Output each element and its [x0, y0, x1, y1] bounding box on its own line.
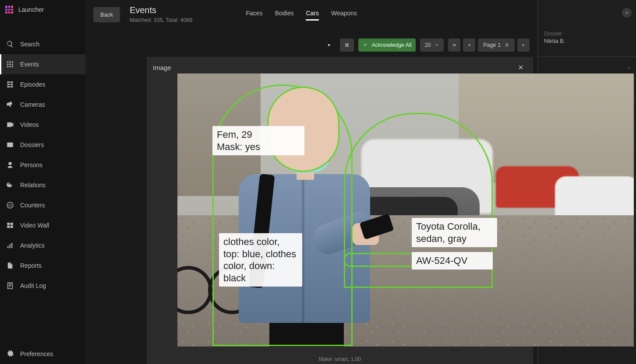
idcard-icon [6, 141, 14, 149]
pager-first-button[interactable] [448, 38, 460, 52]
back-button[interactable]: Back [93, 7, 120, 22]
counter-icon: 05 [6, 201, 14, 209]
page-size-value: 20 [424, 42, 431, 48]
acknowledge-all-button[interactable]: Acknowledge All [358, 38, 416, 52]
search-icon [6, 40, 14, 48]
pager: Page 1 [448, 38, 530, 52]
sidebar-item-search[interactable]: Search [0, 34, 85, 54]
sidebar-item-cameras[interactable]: Cameras [0, 94, 85, 115]
header-tabs: Faces Bodies Cars Weapons [246, 10, 357, 21]
sidebar-item-label: Persons [20, 161, 42, 168]
wall-icon [6, 221, 14, 229]
bars-icon [6, 242, 14, 249]
tab-bodies[interactable]: Bodies [275, 10, 294, 21]
sidebar-item-label: Dossiers [20, 141, 44, 148]
sidebar-item-reports[interactable]: Reports [0, 256, 85, 276]
sidebar-item-label: Counters [20, 202, 45, 209]
topbar: Back Events Matched: 335, Total: 4066 Fa… [85, 0, 537, 26]
chevron-down-icon [434, 42, 439, 48]
launcher-label: Launcher [18, 6, 44, 13]
dossier-value: Nikita B. [544, 38, 630, 44]
sidebar-item-dossiers[interactable]: Dossiers [0, 135, 85, 155]
pause-button[interactable] [340, 38, 354, 52]
close-icon [625, 10, 629, 15]
launcher-icon [5, 6, 13, 14]
details-close-button[interactable] [622, 8, 632, 18]
chevron-down-icon [626, 65, 632, 70]
report-icon [6, 262, 14, 270]
sidebar-item-videos[interactable]: Videos [0, 115, 85, 135]
refresh-icon [504, 42, 509, 48]
page-size-select[interactable]: 20 [420, 38, 444, 52]
sidebar-item-label: Analytics [20, 242, 45, 249]
page-subtitle: Matched: 335, Total: 4066 [130, 17, 193, 23]
launcher-button[interactable]: Launcher [0, 0, 85, 19]
pager-next-button[interactable] [517, 38, 530, 52]
sidebar-item-auditlog[interactable]: Audit Log [0, 276, 85, 296]
sidebar-item-events[interactable]: Events [0, 54, 85, 74]
sidebar-item-label: Search [20, 41, 39, 48]
grid-icon [6, 60, 14, 68]
overlay-title: Image [153, 64, 171, 71]
auditlog-icon [6, 282, 14, 290]
gear-icon [6, 350, 14, 358]
sidebar-item-label: Relations [20, 182, 46, 189]
tab-faces[interactable]: Faces [246, 10, 263, 21]
tab-cars[interactable]: Cars [306, 10, 319, 21]
settings-icon[interactable] [322, 38, 336, 52]
sidebar-item-label: Cameras [20, 101, 45, 108]
close-icon [517, 64, 524, 71]
sidebar: Launcher Search Events Episodes Cameras … [0, 0, 85, 364]
sidebar-item-relations[interactable]: Relations [0, 175, 85, 195]
check-icon [363, 42, 368, 48]
acknowledge-label: Acknowledge All [371, 42, 411, 48]
main-area: Back Events Matched: 335, Total: 4066 Fa… [85, 0, 537, 364]
camera-icon [6, 101, 14, 108]
pager-page-button[interactable]: Page 1 [478, 38, 515, 52]
detection-label-face: Fem, 29 Mask: yes [212, 126, 304, 155]
pager-page-label: Page 1 [483, 42, 501, 48]
episodes-icon [6, 80, 14, 88]
sidebar-item-persons[interactable]: Persons [0, 155, 85, 175]
sidebar-item-label: Audit Log [20, 282, 46, 289]
relations-icon [6, 181, 14, 189]
toolbar: Acknowledge All 20 Page 1 [85, 26, 537, 52]
sidebar-item-episodes[interactable]: Episodes [0, 74, 85, 94]
detection-label-body: clothes color, top: blue, clothes color,… [219, 233, 302, 287]
detection-label-car: Toyota Corolla, sedan, gray [412, 218, 497, 247]
dossier-label: Dossier [544, 31, 630, 37]
sidebar-item-label: Video Wall [20, 222, 49, 229]
sidebar-item-label: Reports [20, 262, 42, 269]
sidebar-item-preferences[interactable]: Preferences [0, 344, 85, 364]
sidebar-item-label: Videos [20, 121, 39, 128]
detection-label-plate: AW-524-QV [412, 252, 493, 270]
page-title: Events [130, 5, 193, 15]
video-icon [6, 121, 14, 129]
overlay-footer-note: Make: smart, 1.00 [147, 356, 533, 362]
pager-prev-button[interactable] [463, 38, 475, 52]
sidebar-item-analytics[interactable]: Analytics [0, 235, 85, 256]
sidebar-item-counters[interactable]: 05 Counters [0, 195, 85, 215]
tab-weapons[interactable]: Weapons [331, 10, 357, 21]
sidebar-item-videowall[interactable]: Video Wall [0, 215, 85, 235]
detection-box-plate [344, 253, 416, 267]
image-overlay: Image [147, 57, 533, 364]
sidebar-item-label: Events [20, 61, 39, 68]
sidebar-item-label: Episodes [20, 81, 46, 88]
svg-text:05: 05 [8, 204, 12, 207]
sidebar-item-label: Preferences [20, 350, 53, 357]
overlay-close-button[interactable] [515, 61, 527, 74]
person-icon [6, 161, 14, 169]
detection-image: Fem, 29 Mask: yes clothes color, top: bl… [177, 74, 634, 346]
